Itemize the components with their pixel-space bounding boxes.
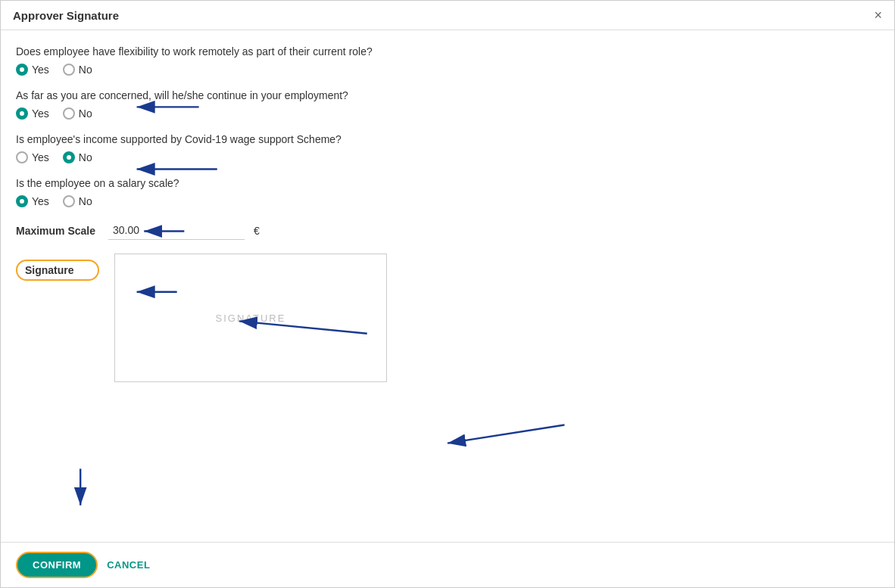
question-2-text: As far as you are concerned, will he/she… — [16, 89, 879, 101]
question-4-text: Is the employee on a salary scale? — [16, 177, 879, 189]
question-1-yes[interactable]: Yes — [16, 64, 49, 76]
modal-header: Approver Signature × — [1, 1, 894, 30]
question-2-no[interactable]: No — [63, 107, 92, 120]
question-3-block: Is employee's income supported by Covid-… — [16, 133, 879, 163]
question-4-yes-radio[interactable] — [16, 195, 28, 207]
question-1-block: Does employee have flexibility to work r… — [16, 45, 879, 76]
question-3-options: Yes No — [16, 151, 879, 163]
question-2-yes-radio[interactable] — [16, 107, 28, 120]
modal-title: Approver Signature — [13, 9, 119, 22]
currency-symbol: € — [254, 225, 260, 237]
close-button[interactable]: × — [874, 8, 882, 22]
cancel-button[interactable]: CANCEL — [107, 559, 150, 571]
modal-footer: CONFIRM CANCEL — [1, 542, 894, 587]
question-4-yes[interactable]: Yes — [16, 195, 49, 207]
question-3-no[interactable]: No — [63, 151, 92, 163]
question-2-block: As far as you are concerned, will he/she… — [16, 89, 879, 120]
modal-body: Does employee have flexibility to work r… — [1, 30, 894, 542]
modal-dialog: Approver Signature × — [0, 0, 895, 588]
question-4-no-label: No — [79, 195, 92, 207]
confirm-button[interactable]: CONFIRM — [16, 552, 98, 578]
question-4-options: Yes No — [16, 195, 879, 207]
question-3-no-label: No — [79, 151, 92, 163]
signature-placeholder: SIGNATURE — [216, 313, 286, 324]
question-1-yes-label: Yes — [32, 64, 49, 76]
question-2-no-radio[interactable] — [63, 107, 75, 120]
question-3-no-radio[interactable] — [63, 151, 75, 163]
question-1-yes-radio[interactable] — [16, 64, 28, 76]
signature-label: Signature — [16, 260, 99, 281]
question-4-block: Is the employee on a salary scale? Yes N… — [16, 177, 879, 207]
question-1-no-radio[interactable] — [63, 64, 75, 76]
question-4-no[interactable]: No — [63, 195, 92, 207]
question-1-text: Does employee have flexibility to work r… — [16, 45, 879, 58]
max-scale-input[interactable] — [108, 221, 245, 240]
question-2-options: Yes No — [16, 107, 879, 120]
signature-row: Signature SIGNATURE — [16, 254, 879, 382]
svg-line-6 — [448, 425, 565, 443]
question-2-yes-label: Yes — [32, 107, 49, 120]
signature-box[interactable]: SIGNATURE — [114, 254, 387, 382]
question-3-text: Is employee's income supported by Covid-… — [16, 133, 879, 145]
question-2-no-label: No — [79, 107, 92, 120]
modal-backdrop: Approver Signature × — [0, 0, 895, 588]
question-1-no-label: No — [79, 64, 92, 76]
max-scale-label: Maximum Scale — [16, 225, 99, 237]
max-scale-row: Maximum Scale € — [16, 221, 879, 240]
question-4-no-radio[interactable] — [63, 195, 75, 207]
question-1-options: Yes No — [16, 64, 879, 76]
question-1-no[interactable]: No — [63, 64, 92, 76]
question-3-yes[interactable]: Yes — [16, 151, 49, 163]
question-3-yes-label: Yes — [32, 151, 49, 163]
question-3-yes-radio[interactable] — [16, 151, 28, 163]
question-2-yes[interactable]: Yes — [16, 107, 49, 120]
question-4-yes-label: Yes — [32, 195, 49, 207]
